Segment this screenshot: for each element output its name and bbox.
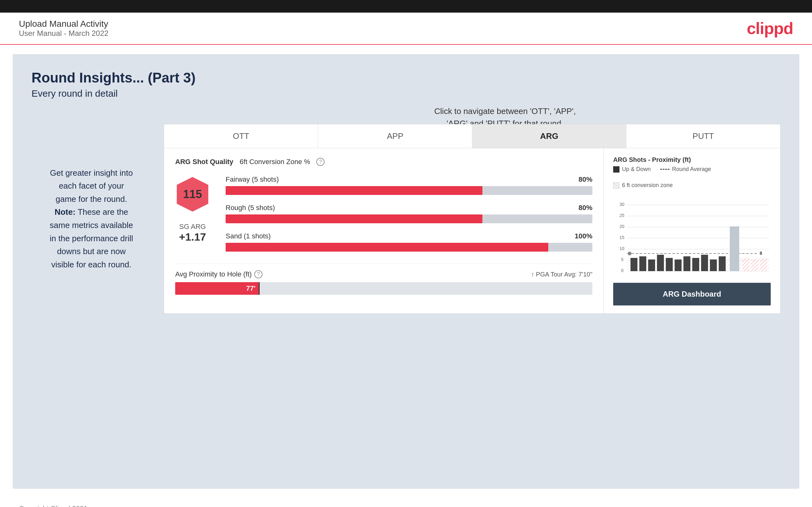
svg-rect-28 (675, 260, 681, 271)
legend-dashed-icon (660, 169, 670, 170)
main-content: Round Insights... (Part 3) Every round i… (13, 54, 799, 489)
panel-header: ARG Shot Quality 6ft Conversion Zone % ? (175, 158, 592, 166)
sand-label: Sand (1 shots) (225, 232, 271, 240)
legend-conversion: 6 ft conversion zone (613, 182, 673, 189)
svg-rect-33 (719, 256, 726, 271)
svg-rect-23 (630, 258, 638, 271)
svg-text:5: 5 (621, 257, 623, 262)
hex-score: 115 (175, 175, 210, 213)
fairway-label: Fairway (5 shots) (225, 175, 279, 184)
fairway-row: Fairway (5 shots) 80% (225, 175, 592, 195)
svg-rect-30 (692, 258, 699, 271)
quality-body: 115 SG ARG +1.17 (175, 175, 592, 261)
top-bar (0, 0, 812, 13)
help-icon[interactable]: ? (316, 158, 324, 166)
svg-rect-26 (657, 255, 664, 271)
proximity-label: Avg Proximity to Hole (ft) ? (175, 270, 262, 278)
svg-rect-32 (710, 260, 717, 271)
left-desc-text: Get greater insight intoeach facet of yo… (50, 167, 133, 272)
quality-title: ARG Shot Quality (175, 158, 234, 166)
svg-text:0: 0 (621, 268, 623, 273)
rough-bar-fill (225, 215, 483, 223)
proximity-value: 77' (246, 284, 256, 292)
tab-ott[interactable]: OTT (164, 124, 318, 148)
chart-legend: Up & Down Round Average 6 ft conversion … (613, 166, 771, 189)
tab-app[interactable]: APP (318, 124, 472, 148)
page-subtitle: User Manual - March 2022 (19, 29, 108, 38)
svg-text:20: 20 (619, 224, 624, 229)
svg-text:8: 8 (760, 251, 762, 256)
fairway-bar-fill (225, 186, 483, 195)
proximity-bar-track: 77' (175, 282, 592, 295)
svg-rect-25 (648, 260, 655, 271)
sg-arg-container: SG ARG +1.17 (179, 223, 206, 243)
svg-point-22 (628, 251, 631, 256)
rough-row: Rough (5 shots) 80% (225, 204, 592, 223)
svg-text:25: 25 (619, 213, 624, 218)
hex-container: 115 SG ARG +1.17 (175, 175, 210, 248)
content-row: Get greater insight intoeach facet of yo… (32, 124, 780, 314)
shot-quality-panel: ARG Shot Quality 6ft Conversion Zone % ? (164, 148, 604, 313)
hex-value: 115 (183, 188, 202, 201)
svg-rect-31 (701, 255, 708, 271)
tab-bar: OTT APP ARG PUTT (164, 124, 780, 148)
header: Upload Manual Activity User Manual - Mar… (0, 13, 812, 45)
fairway-pct: 80% (578, 175, 592, 184)
note-label: Note: (54, 207, 75, 217)
legend-up-down: Up & Down (613, 166, 651, 173)
svg-rect-35 (742, 258, 749, 271)
arg-dashboard-button[interactable]: ARG Dashboard (613, 283, 771, 305)
sand-bar-fill (225, 243, 548, 251)
chart-area: 0 5 10 15 20 25 30 (613, 195, 771, 278)
svg-rect-34 (730, 226, 739, 271)
svg-text:10: 10 (619, 246, 624, 251)
svg-rect-37 (760, 258, 767, 271)
proximity-bar-fill: 77' (175, 282, 259, 295)
svg-rect-36 (751, 260, 758, 271)
shot-quality-bars: Fairway (5 shots) 80% (219, 175, 592, 261)
sand-bar-track (225, 243, 592, 251)
svg-rect-24 (639, 256, 646, 271)
svg-text:15: 15 (619, 235, 624, 240)
sg-value: +1.17 (179, 231, 206, 243)
tab-arg[interactable]: ARG (472, 124, 626, 148)
proximity-header: Avg Proximity to Hole (ft) ? ↑ PGA Tour … (175, 270, 592, 278)
proximity-section: Avg Proximity to Hole (ft) ? ↑ PGA Tour … (175, 264, 592, 295)
chart-panel: ARG Shots - Proximity (ft) Up & Down Rou… (604, 148, 780, 313)
legend-square-icon (613, 166, 619, 173)
legend-round-avg: Round Average (660, 166, 711, 173)
sg-label: SG ARG (179, 223, 206, 231)
legend-hatched-icon (613, 182, 619, 189)
left-description: Get greater insight intoeach facet of yo… (32, 124, 151, 314)
proximity-chart: 0 5 10 15 20 25 30 (613, 195, 771, 277)
round-insights-card: OTT APP ARG PUTT (164, 124, 780, 314)
rough-label: Rough (5 shots) (225, 204, 275, 212)
svg-rect-27 (666, 258, 673, 271)
page-title: Upload Manual Activity (19, 19, 108, 29)
pga-label: ↑ PGA Tour Avg: 7'10" (531, 271, 592, 278)
chart-title: ARG Shots - Proximity (ft) (613, 156, 771, 163)
rough-pct: 80% (578, 204, 592, 212)
rough-bar-track (225, 215, 592, 223)
card-body: ARG Shot Quality 6ft Conversion Zone % ? (164, 148, 780, 313)
tab-putt[interactable]: PUTT (626, 124, 780, 148)
conversion-title: 6ft Conversion Zone % (240, 158, 310, 166)
clippd-logo: clippd (747, 19, 793, 38)
section-subtitle: Every round in detail (32, 88, 780, 99)
fairway-bar-track (225, 186, 592, 195)
proximity-help-icon[interactable]: ? (254, 270, 262, 278)
footer: Copyright Clippd 2021 (0, 498, 812, 507)
sand-row: Sand (1 shots) 100% (225, 232, 592, 251)
copyright-text: Copyright Clippd 2021 (19, 504, 88, 507)
svg-text:30: 30 (619, 202, 624, 207)
header-left: Upload Manual Activity User Manual - Mar… (19, 19, 108, 38)
sand-pct: 100% (575, 232, 592, 240)
proximity-cursor (259, 282, 260, 295)
svg-rect-29 (683, 256, 691, 271)
section-title: Round Insights... (Part 3) (32, 70, 780, 86)
